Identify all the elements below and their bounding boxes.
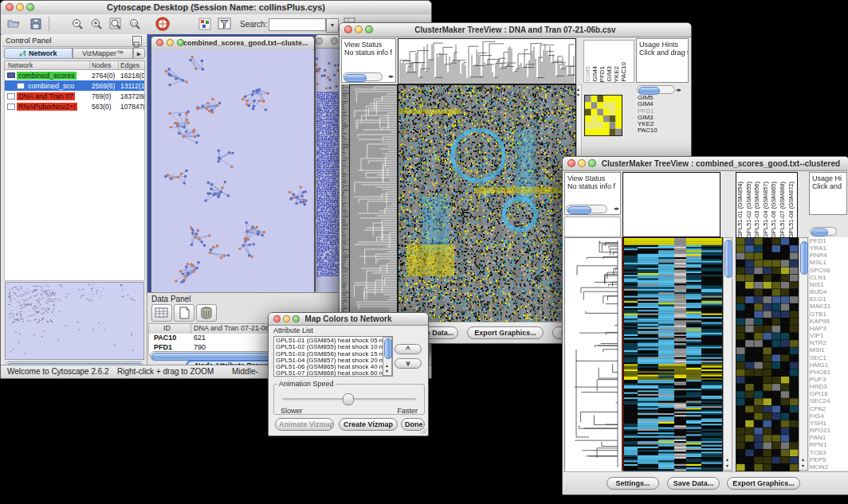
gene-label[interactable]: CPA2 [810, 405, 848, 412]
gene-label[interactable]: NIS1 [810, 281, 848, 288]
gene-label[interactable]: CLN1 [810, 274, 848, 281]
gene-label[interactable]: NTR2 [810, 339, 848, 346]
gene-label[interactable]: YSH1 [810, 420, 848, 427]
gene-label[interactable]: FIG4 [810, 412, 848, 420]
column-label[interactable]: PFD1 [599, 66, 606, 82]
zoom-window-icon[interactable] [292, 315, 300, 322]
gene-label[interactable]: MAK31 [810, 303, 848, 310]
attribute-item[interactable]: GPL51-06 (GSM865) heat shock 40 min [276, 364, 392, 370]
gene-label[interactable]: RPO21 [810, 427, 848, 434]
zoom-fit-icon[interactable] [109, 18, 122, 33]
zoom-window-icon[interactable] [365, 25, 373, 33]
gene-label[interactable]: HRD3 [810, 383, 848, 390]
tv2-hints-hscrollbar[interactable] [810, 227, 837, 236]
column-label[interactable]: GIM5 [584, 66, 591, 82]
gene-label[interactable]: PFD1 [810, 237, 848, 244]
settings-button[interactable]: Settings... [607, 477, 659, 490]
gene-label[interactable]: GPI16 [810, 390, 848, 397]
tv2-status-hscrollbar[interactable] [566, 205, 607, 213]
tv1-selection-heatmap[interactable] [584, 95, 622, 136]
column-label[interactable]: GPL51-03 (GSM856) [753, 182, 762, 238]
tab-network[interactable]: Network [4, 48, 73, 59]
treeview1-titlebar[interactable]: ClusterMaker TreeView : DNA and Tran 07-… [340, 23, 691, 37]
tv2-selection-heatmap[interactable] [736, 237, 799, 472]
search-dropdown-button[interactable]: ▼ [326, 18, 339, 33]
gene-label[interactable]: SPC98 [810, 267, 848, 274]
column-label[interactable]: GPL51-02 (GSM855) [745, 182, 754, 238]
column-label[interactable]: GPL51-01 (GSM854) [736, 182, 745, 238]
col-attr[interactable]: DNA and Tran 07-21-06... [194, 324, 276, 332]
tv1-top-dendrogram[interactable] [398, 38, 576, 84]
column-label[interactable]: PAC10 [620, 62, 627, 82]
gene-label[interactable]: PHO81 [810, 369, 848, 376]
column-label[interactable]: GPL51-08 (GSM872) [787, 182, 796, 238]
minimize-icon[interactable] [578, 159, 586, 167]
close-icon[interactable] [6, 3, 14, 11]
gene-label[interactable]: PAN1 [810, 434, 848, 441]
network-row[interactable]: combined_scores 2764(0) 16218(0) [5, 70, 144, 80]
save-icon[interactable] [29, 18, 42, 33]
gene-label[interactable]: KAP95 [810, 318, 848, 325]
float-panel-icon[interactable] [132, 36, 142, 45]
minimize-icon[interactable] [331, 37, 338, 45]
tv2-genelist-vscrollbar[interactable]: ▴▾ [799, 237, 808, 471]
column-label[interactable]: GPL51-04 (GSM857) [762, 182, 771, 238]
minimize-icon[interactable] [16, 3, 24, 11]
scroll-arrows[interactable]: ◂▸ [388, 72, 394, 81]
search-input[interactable] [269, 18, 326, 31]
attribute-item[interactable]: GPL51-03 (GSM856) heat shock 15 min [276, 351, 392, 357]
create-vizmap-button[interactable]: Create Vizmap [339, 418, 398, 431]
dialog-titlebar[interactable]: Map Colors to Network [269, 313, 428, 326]
gene-label[interactable]: SEC1 [810, 354, 848, 361]
gene-label[interactable]: RNR4 [810, 252, 848, 259]
attribute-table-button[interactable] [151, 304, 172, 322]
move-down-button[interactable]: v [395, 358, 422, 369]
close-icon[interactable] [316, 37, 323, 45]
gene-label[interactable]: PAC10 [638, 127, 685, 134]
filter-funnel-icon[interactable] [218, 18, 231, 33]
scroll-arrows[interactable]: ◂▸ [676, 85, 681, 95]
column-label[interactable]: GPL51-06 (GSM865) [770, 182, 779, 238]
main-titlebar[interactable]: Cytoscape Desktop (Session Name: collins… [1, 1, 431, 15]
gene-label[interactable]: RPN1 [810, 441, 848, 448]
network-view-canvas[interactable] [151, 49, 312, 292]
zoom-actual-icon[interactable]: 1:1 [128, 18, 141, 33]
column-label[interactable]: GIM4 [591, 66, 599, 82]
gene-label[interactable]: SEC24 [810, 397, 848, 404]
save-data-button[interactable]: Save Data... [667, 477, 720, 490]
tv1-heatmap[interactable] [398, 84, 576, 322]
close-icon[interactable] [344, 25, 352, 33]
network-row[interactable]: RNAPuberNov2+! 563(0) 107847(0) [5, 101, 144, 111]
network-row[interactable]: combined_sco 2569(6) 13112(15) [5, 80, 144, 91]
zoom-out-icon[interactable] [71, 18, 84, 33]
gene-label[interactable]: PUF3 [810, 376, 848, 383]
column-label[interactable]: GIM3 [606, 66, 613, 82]
minimize-icon[interactable] [167, 39, 174, 46]
new-attribute-button[interactable] [174, 304, 194, 322]
column-label[interactable]: YKE2 [613, 66, 620, 82]
tv2-heatmap-vscrollbar[interactable]: ▴▾ [723, 237, 732, 471]
gene-label[interactable]: YRA1 [810, 244, 848, 252]
close-icon[interactable] [567, 159, 575, 167]
gene-label[interactable]: TCB3 [810, 449, 848, 456]
network-overview-thumbnail[interactable] [5, 282, 144, 360]
tv1-status-hscrollbar[interactable] [343, 72, 383, 81]
scroll-arrows[interactable]: ◂▸ [614, 204, 619, 213]
column-label[interactable]: GPL51-07 (GSM868) [779, 182, 787, 238]
tv2-left-dendrogram[interactable] [564, 237, 622, 472]
close-icon[interactable] [273, 315, 281, 322]
zoom-window-icon[interactable] [26, 3, 34, 11]
open-folder-icon[interactable] [7, 18, 21, 33]
network-frame-1[interactable]: combined_scores_good.txt--cluste... [151, 36, 315, 294]
tv1-hints-hscrollbar[interactable] [637, 85, 675, 94]
network-row[interactable]: DNA and Tran 07 769(0) 183728(0) [5, 91, 144, 101]
gene-label[interactable]: VIP1 [810, 332, 848, 339]
gene-label[interactable]: MSI1 [810, 346, 848, 354]
tab-vizmapper[interactable]: VizMapper™ [73, 48, 133, 59]
resize-grip[interactable] [419, 427, 427, 435]
delete-attribute-icon[interactable] [196, 304, 217, 322]
attribute-item[interactable]: GPL51-04 (GSM857) heat shock 20 min [276, 357, 392, 364]
minimize-icon[interactable] [355, 25, 363, 33]
export-graphics-button[interactable]: Export Graphics... [727, 477, 800, 490]
close-icon[interactable] [156, 39, 163, 46]
